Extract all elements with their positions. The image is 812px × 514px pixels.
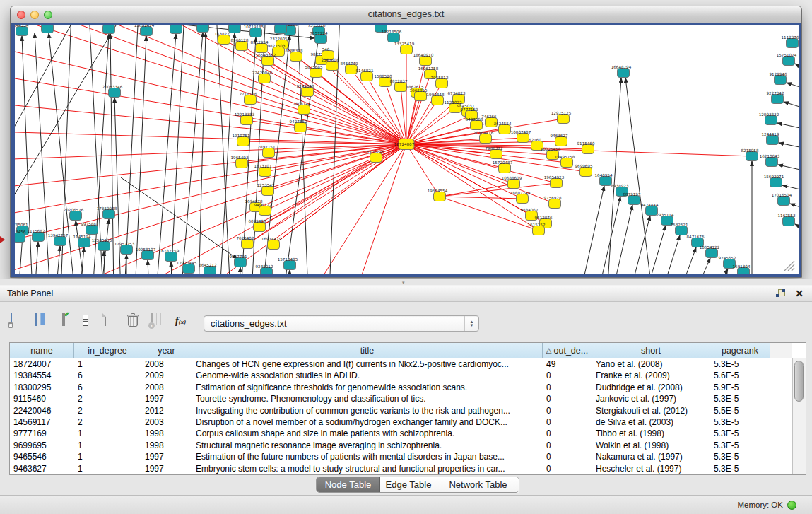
graph-node[interactable]: 9115460	[577, 141, 595, 154]
table-cell[interactable]: Disruption of a novel member of a sodium…	[192, 416, 543, 428]
column-header-short[interactable]: short	[592, 343, 710, 358]
table-cell[interactable]: 0	[543, 440, 592, 451]
table-cell[interactable]: 1998	[141, 440, 192, 451]
graph-node[interactable]: 20364416	[473, 131, 494, 144]
graph-node[interactable]: 9975887	[81, 222, 99, 235]
graph-node[interactable]: 9427552	[290, 119, 307, 132]
table-cell[interactable]: Nakamura et al. (1997)	[592, 451, 710, 462]
table-cell[interactable]: Investigating the contribution of common…	[192, 405, 543, 416]
table-row[interactable]: 946554611997Estimation of the future num…	[10, 451, 792, 462]
table-cell[interactable]: 5.3E-5	[710, 393, 770, 404]
table-row[interactable]: 946362711997Embryonic stem cells: a mode…	[10, 463, 792, 474]
table-cell[interactable]: 0	[543, 416, 592, 428]
table-cell[interactable]: 1	[74, 428, 141, 439]
table-cell[interactable]: 9463627	[10, 463, 74, 474]
delete-table-icon[interactable]	[127, 313, 144, 330]
table-cell[interactable]: 1997	[141, 451, 192, 462]
graph-node[interactable]: 15720487	[493, 160, 513, 173]
table-row[interactable]: 977716911998Corpus callosum shape and si…	[10, 428, 792, 439]
table-cell[interactable]: Corpus callosum shape and size in male p…	[192, 428, 543, 439]
table-cell[interactable]: 2	[74, 393, 141, 404]
graph-node[interactable]: 8912954	[251, 40, 269, 53]
graph-node[interactable]: 15692971	[764, 175, 784, 187]
graph-node[interactable]: 12505135	[92, 238, 112, 251]
table-cell[interactable]: 0	[543, 428, 592, 439]
row-height-icon[interactable]	[83, 315, 90, 332]
graph-node[interactable]: 6497568	[466, 117, 483, 130]
table-cell[interactable]: 1998	[141, 428, 192, 439]
table-row[interactable]: 911546021997Tourette syndrome. Phenomeno…	[10, 393, 792, 404]
table-cell[interactable]: Hescheler et al. (1997)	[592, 463, 710, 474]
graph-node[interactable]: 8645212	[199, 263, 217, 274]
table-cell[interactable]: Franke et al. (2009)	[592, 370, 710, 381]
float-panel-icon[interactable]	[776, 289, 785, 298]
table-cell[interactable]: Genome-wide association studies in ADHD.	[192, 370, 543, 381]
graph-node[interactable]: 12093832	[759, 112, 779, 125]
graph-node[interactable]: 8215958	[741, 148, 759, 161]
graph-node[interactable]: 10853267	[164, 25, 184, 34]
table-cell[interactable]: 5.3E-5	[710, 463, 770, 474]
graph-node[interactable]: 16648794	[611, 65, 632, 78]
table-cell[interactable]: 0	[543, 451, 592, 462]
graph-node[interactable]: 9756928	[544, 196, 562, 209]
table-cell[interactable]: 9777169	[10, 428, 74, 439]
graph-node[interactable]: 7625402	[237, 236, 254, 249]
graph-node[interactable]: 22420046	[252, 71, 273, 83]
function-builder-icon[interactable]: f(x)	[175, 315, 192, 332]
close-panel-icon[interactable]: ✕	[795, 288, 804, 299]
graph-node[interactable]: 3913456	[15, 230, 26, 243]
table-cell[interactable]: 19384554	[10, 370, 74, 381]
graph-node[interactable]: 10654122	[700, 245, 719, 258]
graph-node[interactable]: 9699695	[575, 164, 593, 177]
table-row[interactable]: 2242004622012Investigating the contribut…	[10, 405, 792, 416]
graph-node[interactable]: 18300295	[364, 150, 384, 163]
graph-node[interactable]: 7632621	[671, 223, 688, 235]
graph-node[interactable]: 9245012	[256, 264, 273, 274]
table-cell[interactable]: 5.9E-5	[710, 382, 770, 393]
graph-node[interactable]: 5875685	[305, 65, 323, 78]
table-cell[interactable]: 5.3E-5	[710, 358, 770, 370]
table-cell[interactable]: 9115460	[10, 393, 74, 404]
table-cell[interactable]: 6	[74, 370, 141, 381]
table-cell[interactable]: 2012	[141, 405, 192, 416]
network-window-titlebar[interactable]: citations_edges.txt	[11, 6, 801, 23]
new-table-icon[interactable]	[105, 313, 122, 330]
table-row[interactable]: 969969511998Structural magnetic resonanc…	[10, 440, 792, 451]
select-rows-icon[interactable]	[62, 313, 72, 330]
tab-edge-table[interactable]: Edge Table	[380, 477, 437, 492]
graph-node[interactable]: 6879197	[623, 192, 641, 205]
graph-node[interactable]: 20206576	[64, 208, 84, 221]
graph-node[interactable]: 1145194	[73, 235, 91, 247]
table-cell[interactable]: Estimation of the future numbers of pati…	[192, 451, 543, 462]
tab-network-table[interactable]: Network Table	[437, 477, 519, 492]
table-cell[interactable]: 2009	[141, 370, 192, 381]
table-cell[interactable]: 9699695	[10, 440, 74, 451]
graph-node[interactable]: 1527602	[192, 25, 210, 33]
graph-node[interactable]: 12213383	[235, 112, 255, 125]
graph-node[interactable]: 9129946	[770, 72, 787, 85]
table-row[interactable]: 1456911722003Disruption of a novel membe…	[10, 416, 792, 428]
vertical-scrollbar[interactable]	[792, 358, 806, 474]
table-cell[interactable]: Jankovic et al. (1997)	[592, 393, 710, 404]
graph-node[interactable]: 17957253	[114, 242, 135, 255]
memory-status-icon[interactable]	[787, 501, 796, 510]
graph-node[interactable]: 1691304	[733, 264, 751, 274]
table-cell[interactable]: 1997	[141, 463, 192, 474]
graph-node[interactable]: 10958107	[136, 247, 156, 260]
graph-node[interactable]: 19495758	[555, 155, 575, 168]
table-cell[interactable]: 1	[74, 463, 141, 474]
graph-node[interactable]: 16210643	[760, 154, 780, 167]
graph-node[interactable]: 17359928	[97, 206, 117, 219]
network-window[interactable]: citations_edges.txt 16443542403557420691…	[10, 6, 802, 278]
graph-node[interactable]: 1910751	[233, 134, 250, 146]
graph-node[interactable]: 3624554	[494, 122, 512, 134]
table-cell[interactable]: 5.3E-5	[710, 440, 770, 451]
graph-node[interactable]: 9657791	[230, 255, 247, 267]
resize-grip-icon[interactable]	[788, 264, 794, 271]
network-canvas[interactable]: 1644354240355742069140615691474108532671…	[15, 25, 799, 274]
table-cell[interactable]: 5.5E-5	[710, 405, 770, 416]
graph-node[interactable]: 9227342	[767, 91, 784, 104]
table-cell[interactable]: 2008	[141, 382, 192, 393]
graph-node[interactable]: 2718126	[240, 92, 257, 105]
table-row[interactable]: 1830029562008Estimation of significance …	[10, 382, 792, 393]
